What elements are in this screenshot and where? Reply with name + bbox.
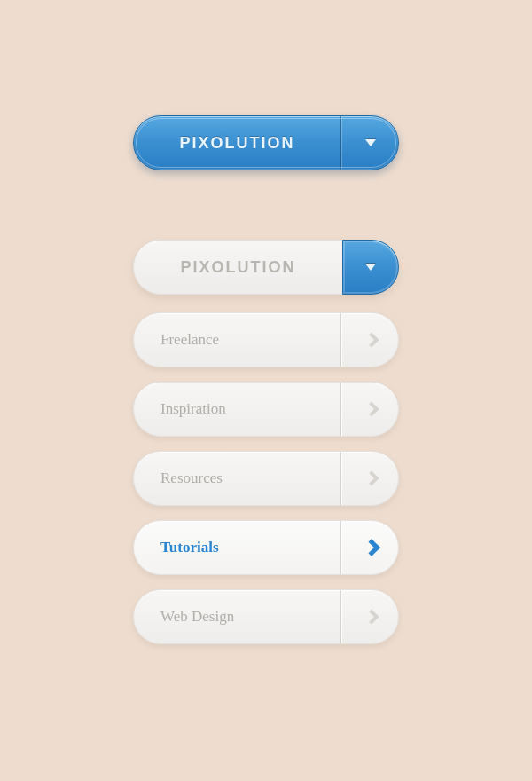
chevron-down-icon <box>365 264 376 271</box>
chevron-right-icon <box>364 472 377 485</box>
menu-item-arrow <box>341 452 398 505</box>
menu-item-arrow <box>341 313 398 367</box>
menu-item-resources[interactable]: Resources <box>133 451 399 506</box>
chevron-right-icon <box>364 334 377 346</box>
menu-item-label: Resources <box>134 452 341 505</box>
menu-item-arrow <box>341 590 398 643</box>
dropdown-button-open[interactable]: PIXOLUTION <box>133 240 399 295</box>
menu-item-label: Web Design <box>134 590 341 643</box>
menu-item-label: Tutorials <box>134 521 341 574</box>
menu-item-arrow <box>341 383 398 436</box>
menu-item-freelance[interactable]: Freelance <box>133 312 399 367</box>
menu-item-inspiration[interactable]: Inspiration <box>133 382 399 437</box>
menu-item-web-design[interactable]: Web Design <box>133 589 399 644</box>
dropdown-button-closed[interactable]: PIXOLUTION <box>133 115 399 170</box>
menu-item-label: Inspiration <box>134 383 341 436</box>
chevron-right-icon <box>364 403 377 415</box>
menu-item-label: Freelance <box>134 313 341 367</box>
menu-item-tutorials[interactable]: Tutorials <box>133 520 399 575</box>
dropdown-open-label: PIXOLUTION <box>134 241 342 294</box>
dropdown-menu: Freelance Inspiration Resources Tutorial… <box>133 312 399 644</box>
dropdown-closed-toggle[interactable] <box>341 116 398 170</box>
chevron-right-icon <box>364 541 377 554</box>
chevron-down-icon <box>365 139 376 146</box>
dropdown-closed-label: PIXOLUTION <box>134 116 341 170</box>
chevron-right-icon <box>364 611 377 623</box>
dropdown-open-toggle[interactable] <box>342 240 399 295</box>
menu-item-arrow <box>341 521 398 574</box>
